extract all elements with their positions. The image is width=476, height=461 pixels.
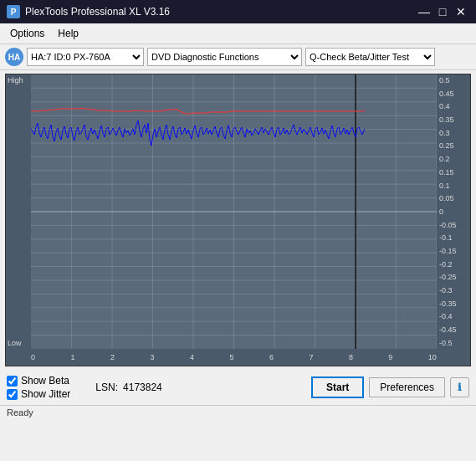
menu-help[interactable]: Help <box>51 25 85 42</box>
drive-select[interactable]: HA:7 ID:0 PX-760A <box>27 48 144 66</box>
menu-options[interactable]: Options <box>3 25 51 42</box>
drive-icon: HA <box>5 48 23 66</box>
y-label-low: Low <box>8 339 22 347</box>
bottom-panel: Show Beta Show Jitter LSN: 4173824 Start… <box>0 370 476 405</box>
menu-bar: Options Help <box>0 23 476 44</box>
chart-area: High Low 0.5 0.45 0.4 0.35 0.3 0.25 0.2 … <box>5 74 471 366</box>
toolbar: HA HA:7 ID:0 PX-760A DVD Diagnostic Func… <box>0 44 476 70</box>
y-label-high: High <box>8 76 23 85</box>
app-icon: P <box>7 5 20 18</box>
show-jitter-row: Show Jitter <box>7 388 70 400</box>
title-bar: P PlexTools Professional XL V3.16 — □ ✕ <box>0 0 476 23</box>
lsn-section: LSN: 4173824 <box>95 382 161 393</box>
lsn-value: 4173824 <box>123 382 162 393</box>
x-axis: 0 1 2 3 4 5 6 7 8 9 10 <box>31 349 437 366</box>
status-bar: Ready <box>0 405 476 419</box>
checkboxes: Show Beta Show Jitter <box>7 375 70 400</box>
show-jitter-label: Show Jitter <box>21 388 70 400</box>
show-beta-label: Show Beta <box>21 375 69 387</box>
show-beta-checkbox[interactable] <box>7 376 18 387</box>
function-select[interactable]: DVD Diagnostic Functions <box>147 48 302 66</box>
title-bar-left: P PlexTools Professional XL V3.16 <box>7 5 170 18</box>
window-controls: — □ ✕ <box>416 3 469 20</box>
maximize-button[interactable]: □ <box>434 3 451 20</box>
window-title: PlexTools Professional XL V3.16 <box>25 6 170 18</box>
start-button[interactable]: Start <box>311 376 364 398</box>
test-select[interactable]: Q-Check Beta/Jitter Test <box>305 48 435 66</box>
preferences-button[interactable]: Preferences <box>369 377 445 397</box>
status-text: Ready <box>7 407 33 417</box>
chart-svg <box>31 74 437 349</box>
info-button[interactable]: ℹ <box>450 377 469 397</box>
minimize-button[interactable]: — <box>416 3 432 20</box>
right-buttons: Start Preferences ℹ <box>311 376 469 398</box>
close-button[interactable]: ✕ <box>453 3 469 20</box>
chart-inner <box>31 74 437 349</box>
show-jitter-checkbox[interactable] <box>7 389 18 400</box>
show-beta-row: Show Beta <box>7 375 70 387</box>
y-axis-right: 0.5 0.45 0.4 0.35 0.3 0.25 0.2 0.15 0.1 … <box>437 74 470 349</box>
lsn-label: LSN: <box>95 382 118 393</box>
